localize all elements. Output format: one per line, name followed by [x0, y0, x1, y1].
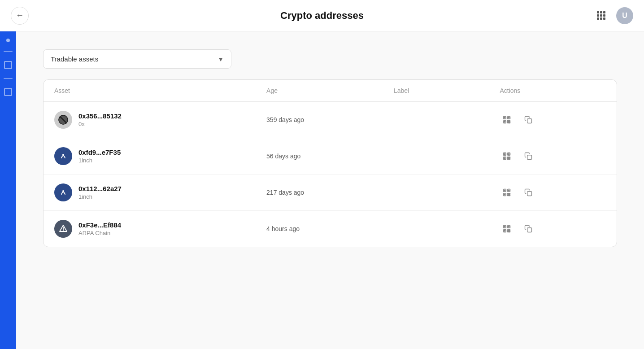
svg-rect-16 — [509, 122, 510, 123]
svg-rect-39 — [508, 193, 509, 195]
copy-icon — [524, 116, 532, 124]
grid-apps-button[interactable] — [593, 8, 609, 24]
header-left: ← — [11, 7, 29, 25]
svg-rect-58 — [527, 228, 532, 232]
svg-point-47 — [63, 230, 64, 231]
age-cell-3: 217 days ago — [266, 189, 394, 196]
col-asset: Asset — [54, 87, 266, 94]
age-cell-1: 359 days ago — [266, 116, 394, 123]
asset-cell-1: 0x356...85132 0x — [54, 111, 266, 129]
svg-rect-40 — [509, 193, 510, 195]
asset-icon-3 — [54, 183, 72, 201]
svg-rect-25 — [505, 157, 506, 159]
svg-rect-23 — [505, 153, 506, 155]
qr-code-icon — [502, 115, 511, 124]
svg-rect-43 — [527, 192, 532, 196]
qr-button-2[interactable] — [500, 149, 514, 163]
actions-cell-3 — [500, 185, 606, 200]
asset-name-1: 0x — [78, 121, 122, 127]
svg-rect-51 — [505, 226, 506, 227]
svg-rect-26 — [508, 157, 509, 158]
back-icon: ← — [16, 11, 24, 20]
asset-filter-dropdown[interactable]: Tradable assets ▼ — [43, 49, 231, 69]
asset-name-2: 1inch — [78, 157, 121, 164]
age-cell-2: 56 days ago — [266, 153, 394, 160]
table-row: 0xF3e...Ef884 ARPA Chain 4 hours ago — [44, 211, 617, 247]
sidebar-item-1 — [6, 39, 10, 42]
layout: Tradable assets ▼ Asset Age Label Action… — [0, 31, 644, 349]
table-row: 0x112...62a27 1inch 217 days ago — [44, 174, 617, 211]
qr-button-1[interactable] — [500, 113, 514, 127]
header-right: U — [593, 7, 633, 24]
asset-cell-3: 0x112...62a27 1inch — [54, 183, 266, 201]
copy-button-1[interactable] — [521, 113, 535, 127]
svg-rect-38 — [505, 194, 506, 195]
asset-cell-2: 0xfd9...e7F35 1inch — [54, 147, 266, 165]
table-row: 0x356...85132 0x 359 days ago — [44, 102, 617, 138]
asset-icon-1 — [54, 111, 72, 129]
svg-rect-36 — [505, 190, 506, 191]
table-header: Asset Age Label Actions — [44, 80, 617, 102]
asset-address-4: 0xF3e...Ef884 — [78, 221, 121, 229]
svg-rect-30 — [527, 155, 532, 160]
svg-rect-37 — [509, 190, 510, 191]
asset-info-1: 0x356...85132 0x — [78, 112, 122, 127]
copy-button-4[interactable] — [521, 222, 535, 236]
svg-rect-15 — [508, 122, 509, 123]
copy-icon — [524, 188, 532, 196]
sidebar — [0, 31, 16, 349]
svg-rect-54 — [508, 230, 509, 231]
svg-rect-42 — [509, 195, 510, 196]
svg-rect-56 — [508, 231, 509, 232]
qr-button-4[interactable] — [500, 222, 514, 236]
asset-info-3: 0x112...62a27 1inch — [78, 185, 122, 200]
qr-code-icon — [502, 188, 511, 197]
avatar[interactable]: U — [616, 7, 633, 24]
sidebar-item-5 — [4, 88, 12, 96]
filter-row: Tradable assets ▼ — [43, 49, 617, 69]
qr-code-icon — [502, 152, 511, 161]
svg-rect-28 — [508, 158, 509, 160]
back-button[interactable]: ← — [11, 7, 29, 25]
copy-icon — [524, 225, 532, 233]
svg-rect-24 — [509, 153, 510, 155]
table-row: 0xfd9...e7F35 1inch 56 days ago — [44, 138, 617, 174]
asset-address-3: 0x112...62a27 — [78, 185, 122, 192]
grid-apps-icon — [597, 11, 605, 20]
svg-rect-27 — [509, 157, 510, 158]
svg-rect-6 — [505, 117, 506, 118]
asset-address-1: 0x356...85132 — [78, 112, 122, 120]
crypto-addresses-table: Asset Age Label Actions — [43, 79, 617, 247]
svg-rect-7 — [509, 117, 510, 118]
svg-rect-17 — [527, 119, 532, 123]
dropdown-label: Tradable assets — [51, 55, 98, 63]
copy-button-2[interactable] — [521, 149, 535, 163]
main-content: Tradable assets ▼ Asset Age Label Action… — [16, 31, 644, 349]
asset-icon-4 — [54, 220, 72, 238]
asset-name-3: 1inch — [78, 193, 122, 200]
svg-point-32 — [62, 190, 64, 192]
sidebar-item-3 — [4, 61, 12, 69]
svg-rect-14 — [509, 121, 510, 122]
asset-icon-2 — [54, 147, 72, 165]
actions-cell-2 — [500, 149, 606, 163]
asset-info-2: 0xfd9...e7F35 1inch — [78, 148, 121, 164]
copy-button-3[interactable] — [521, 185, 535, 200]
svg-rect-55 — [509, 230, 510, 231]
svg-rect-8 — [505, 121, 506, 122]
asset-info-4: 0xF3e...Ef884 ARPA Chain — [78, 221, 121, 236]
sidebar-item-2 — [4, 51, 13, 52]
sidebar-item-4 — [4, 78, 13, 79]
col-actions: Actions — [500, 87, 606, 94]
chevron-down-icon: ▼ — [218, 56, 224, 63]
svg-rect-53 — [505, 230, 506, 231]
svg-rect-57 — [509, 231, 510, 232]
svg-point-19 — [62, 154, 64, 156]
asset-name-4: ARPA Chain — [78, 230, 121, 236]
svg-rect-13 — [508, 121, 509, 122]
svg-rect-29 — [509, 158, 510, 160]
col-age: Age — [266, 87, 394, 94]
svg-rect-52 — [509, 226, 510, 227]
qr-button-3[interactable] — [500, 185, 514, 200]
col-label: Label — [394, 87, 500, 94]
